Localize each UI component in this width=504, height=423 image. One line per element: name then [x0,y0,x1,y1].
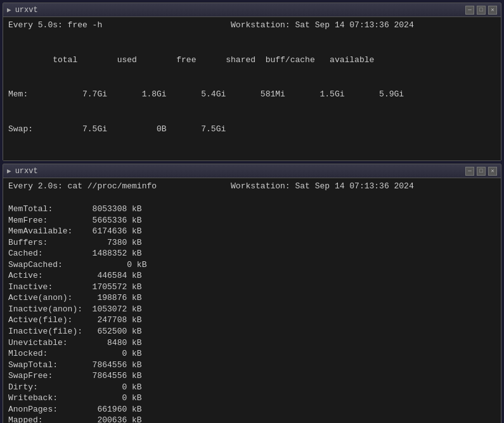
title-bar-buttons-1: — □ ✕ [465,6,497,15]
command-line-2: Every 2.0s: cat //proc/meminfo Workstati… [8,181,496,192]
mem-row: Mem: 7.7Gi 1.8Gi 5.4Gi 581Mi 1.5Gi 5.9Gi [8,89,496,100]
terminal-window-2: ▶ urxvt — □ ✕ Every 2.0s: cat //proc/mem… [3,164,501,423]
meminfo-line: Unevictable: 8480 kB [8,337,496,349]
terminal-icon-1: ▶ [7,6,11,14]
title-bar-1: ▶ urxvt — □ ✕ [3,3,501,17]
terminal-body-1: Every 5.0s: free -h Workstation: Sat Sep… [3,17,501,160]
title-bar-left-2: ▶ urxvt [7,167,38,176]
minimize-button-1[interactable]: — [465,6,474,15]
meminfo-content: MemTotal: 8053308 kBMemFree: 5665336 kBM… [8,192,496,423]
maximize-button-1[interactable]: □ [477,6,486,15]
title-bar-buttons-2: — □ ✕ [465,167,497,176]
title-bar-2: ▶ urxvt — □ ✕ [3,164,501,178]
meminfo-line: Inactive(anon): 1053072 kB [8,304,496,315]
meminfo-line: MemFree: 5665336 kB [8,215,496,226]
minimize-button-2[interactable]: — [465,167,474,176]
meminfo-line: Active(file): 247708 kB [8,315,496,326]
close-button-2[interactable]: ✕ [488,167,497,176]
meminfo-line: MemAvailable: 6174636 kB [8,226,496,237]
meminfo-line: AnonPages: 661960 kB [8,404,496,415]
close-button-1[interactable]: ✕ [488,6,497,15]
meminfo-line: MemTotal: 8053308 kB [8,204,496,215]
swap-row: Swap: 7.5Gi 0B 7.5Gi [8,124,496,135]
meminfo-line: Cached: 1488352 kB [8,248,496,259]
terminal-body-2: Every 2.0s: cat //proc/meminfo Workstati… [3,178,501,423]
meminfo-line: Dirty: 0 kB [8,382,496,393]
meminfo-line: Active: 446584 kB [8,270,496,282]
table-header: total used free shared buff/cache availa… [8,55,496,66]
meminfo-line [8,192,496,204]
meminfo-line: Active(anon): 198876 kB [8,292,496,304]
command-line-1: Every 5.0s: free -h Workstation: Sat Sep… [8,20,496,31]
meminfo-line: SwapTotal: 7864556 kB [8,360,496,371]
meminfo-line: Mapped: 200636 kB [8,415,496,423]
meminfo-line: Writeback: 0 kB [8,393,496,404]
meminfo-line: SwapFree: 7864556 kB [8,370,496,382]
mem-table: total used free shared buff/cache availa… [8,31,496,158]
meminfo-line: Buffers: 7380 kB [8,237,496,249]
meminfo-line: SwapCached: 0 kB [8,259,496,271]
title-bar-left-1: ▶ urxvt [7,6,38,15]
terminal-window-1: ▶ urxvt — □ ✕ Every 5.0s: free -h Workst… [3,3,501,161]
maximize-button-2[interactable]: □ [477,167,486,176]
terminal-icon-2: ▶ [7,167,11,175]
meminfo-line: Inactive: 1705572 kB [8,282,496,293]
window-title-1: urxvt [15,6,38,15]
meminfo-line: Inactive(file): 652500 kB [8,326,496,337]
window-title-2: urxvt [15,167,38,176]
meminfo-line: Mlocked: 0 kB [8,348,496,360]
